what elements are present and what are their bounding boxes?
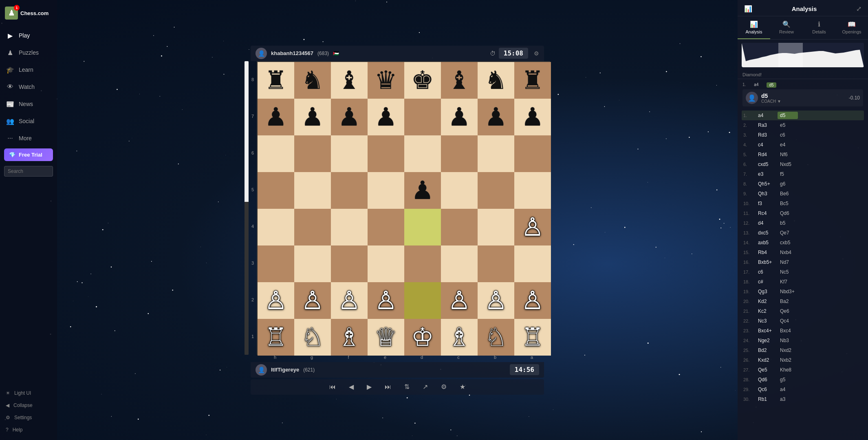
tab-openings[interactable]: 📖 Openings <box>835 16 868 39</box>
black-move[interactable]: c6 <box>778 131 798 139</box>
white-move[interactable]: e3 <box>756 170 776 178</box>
white-move[interactable]: Qh3 <box>756 190 776 197</box>
black-move[interactable]: Qd6 <box>778 210 798 217</box>
sidebar-item-learn[interactable]: 🎓 Learn <box>0 61 57 78</box>
black-move[interactable]: e4 <box>778 141 798 148</box>
sidebar-item-watch[interactable]: 👁 Watch <box>0 78 57 95</box>
board-cell[interactable]: ♘ <box>294 319 331 356</box>
black-move[interactable]: e5 <box>778 122 798 129</box>
board-cell[interactable] <box>404 282 441 319</box>
white-move[interactable]: Rd4 <box>756 151 776 158</box>
white-move[interactable]: d4 <box>756 219 776 227</box>
sidebar-item-news[interactable]: 📰 News <box>0 95 57 113</box>
board-cell[interactable] <box>258 245 294 282</box>
board-cell[interactable]: ♟ <box>441 99 478 135</box>
board-cell[interactable]: ♙ <box>258 282 294 319</box>
board-cell[interactable] <box>478 209 514 245</box>
analysis-expand-icon[interactable]: ⤢ <box>856 5 861 13</box>
board-cell[interactable] <box>294 135 331 172</box>
black-move[interactable]: a3 <box>778 396 798 403</box>
white-move[interactable]: Qh5+ <box>756 180 776 188</box>
chess-board[interactable]: ♜♞♝♛♚♝♞♜♟♟♟♟♟♟♟♟♙♙♙♙♙♙♙♙♖♘♗♕♔♗♘♖ <box>257 61 550 355</box>
board-cell[interactable]: ♘ <box>478 319 514 356</box>
board-cell[interactable] <box>294 172 331 209</box>
sidebar-item-puzzles[interactable]: ♟ Puzzles <box>0 44 57 61</box>
white-move[interactable]: Kxd2 <box>756 356 776 364</box>
board-cell[interactable]: ♟ <box>368 99 404 135</box>
white-move[interactable]: Nge2 <box>756 337 776 344</box>
board-cell[interactable]: ♟ <box>514 99 551 135</box>
prev-move-button[interactable]: ◀ <box>346 381 357 392</box>
board-cell[interactable] <box>294 245 331 282</box>
board-cell[interactable]: ♞ <box>478 62 514 99</box>
black-move[interactable]: g6 <box>778 180 798 188</box>
board-cell[interactable]: ♟ <box>404 172 441 209</box>
white-move[interactable]: Qe5 <box>756 366 776 374</box>
sidebar-item-play[interactable]: ▶ Play <box>0 27 57 44</box>
board-cell[interactable]: ♕ <box>368 319 404 356</box>
tab-review[interactable]: 🔍 Review <box>770 16 803 39</box>
board-cell[interactable] <box>441 245 478 282</box>
board-cell[interactable] <box>514 245 551 282</box>
game-settings-icon[interactable]: ⚙ <box>534 50 539 57</box>
board-cell[interactable] <box>331 245 368 282</box>
board-cell[interactable]: ♝ <box>331 62 368 99</box>
sidebar-item-more[interactable]: ··· More <box>0 130 57 147</box>
board-cell[interactable]: ♙ <box>478 282 514 319</box>
board-cell[interactable]: ♗ <box>441 319 478 356</box>
white-move[interactable]: Nc3 <box>756 317 776 325</box>
board-cell[interactable]: ♟ <box>331 99 368 135</box>
board-cell[interactable] <box>514 135 551 172</box>
board-cell[interactable]: ♙ <box>294 282 331 319</box>
board-cell[interactable] <box>368 209 404 245</box>
white-move[interactable]: Ra3 <box>756 122 776 129</box>
black-move[interactable]: Nd7 <box>778 259 798 266</box>
tab-details[interactable]: ℹ Details <box>803 16 835 39</box>
black-move[interactable]: Qe7 <box>778 229 798 237</box>
black-move[interactable]: f5 <box>778 170 798 178</box>
black-move[interactable]: Nb3 <box>778 337 798 344</box>
free-trial-button[interactable]: 💎 Free Trial <box>4 148 53 161</box>
white-move[interactable]: Bxc4+ <box>756 327 776 334</box>
white-move[interactable]: Rc4 <box>756 210 776 217</box>
board-cell[interactable]: ♖ <box>514 319 551 356</box>
black-move[interactable]: Nc5 <box>778 268 798 276</box>
board-cell[interactable] <box>441 209 478 245</box>
white-move[interactable]: Kd2 <box>756 298 776 305</box>
board-cell[interactable]: ♞ <box>294 62 331 99</box>
board-cell[interactable]: ♗ <box>331 319 368 356</box>
flip-board-button[interactable]: ⇅ <box>401 381 413 392</box>
board-cell[interactable]: ♙ <box>368 282 404 319</box>
board-cell[interactable] <box>331 135 368 172</box>
board-cell[interactable] <box>368 172 404 209</box>
settings-nav-item[interactable]: ⚙ Settings <box>0 411 57 424</box>
board-settings-button[interactable]: ⚙ <box>438 381 450 392</box>
black-move[interactable]: Nxd5 <box>778 161 798 168</box>
black-move[interactable]: cxb5 <box>778 239 798 246</box>
black-move[interactable]: Kf7 <box>778 278 798 285</box>
board-cell[interactable] <box>478 245 514 282</box>
board-cell[interactable] <box>258 172 294 209</box>
black-move[interactable]: Be6 <box>778 190 798 197</box>
board-cell[interactable] <box>404 99 441 135</box>
black-move[interactable]: Qe6 <box>778 307 798 315</box>
search-input[interactable] <box>4 166 53 177</box>
board-cell[interactable] <box>368 245 404 282</box>
sidebar-item-social[interactable]: 👥 Social <box>0 113 57 130</box>
board-cell[interactable]: ♟ <box>478 99 514 135</box>
help-nav-item[interactable]: ? Help <box>0 424 57 436</box>
board-cell[interactable]: ♙ <box>441 282 478 319</box>
white-move[interactable]: Bd2 <box>756 347 776 354</box>
board-cell[interactable]: ♙ <box>514 282 551 319</box>
black-move[interactable]: Bxc4 <box>778 327 798 334</box>
board-cell[interactable] <box>258 135 294 172</box>
white-move[interactable]: c6 <box>756 268 776 276</box>
board-cell[interactable] <box>404 135 441 172</box>
white-move[interactable]: Qc6 <box>756 386 776 393</box>
board-cell[interactable] <box>441 172 478 209</box>
last-move-button[interactable]: ⏭ <box>381 382 394 392</box>
black-move[interactable]: g5 <box>778 376 798 383</box>
next-move-button[interactable]: ▶ <box>364 381 375 392</box>
black-move[interactable]: d5 <box>778 112 798 119</box>
board-cell[interactable]: ♔ <box>404 319 441 356</box>
